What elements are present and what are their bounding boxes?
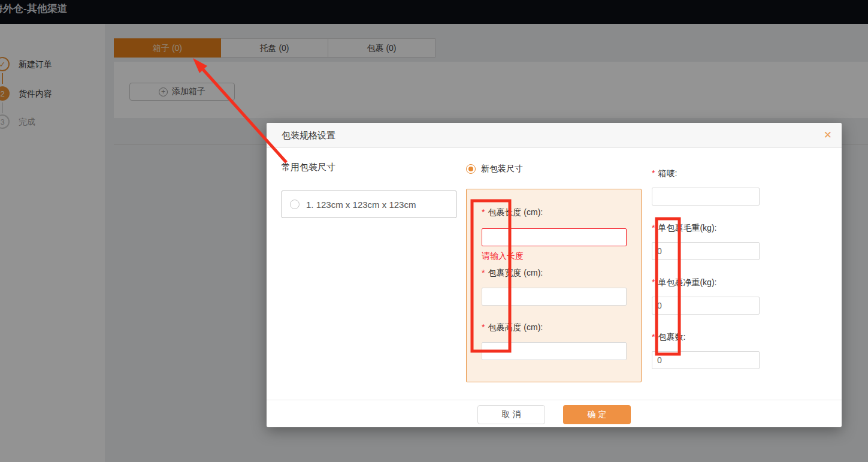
modal-title: 包装规格设置	[282, 123, 335, 148]
box-mark-input[interactable]	[652, 188, 760, 206]
gross-weight-label: *单包裹毛重(kg):	[652, 223, 716, 234]
new-size-radio[interactable]	[466, 164, 476, 174]
parcel-count-label: *包裹数:	[652, 332, 685, 343]
height-input[interactable]	[482, 342, 627, 360]
cancel-button[interactable]: 取 消	[477, 405, 545, 424]
packaging-spec-modal: 包装规格设置 ✕ 常用包装尺寸 1. 123cm x 123cm x 123cm…	[267, 123, 842, 427]
close-icon[interactable]: ✕	[824, 123, 832, 148]
height-label: *包裹高度 (cm):	[482, 322, 543, 333]
required-marker: *	[482, 268, 485, 277]
required-marker: *	[652, 223, 655, 232]
parcel-count-input[interactable]	[652, 351, 760, 369]
length-input[interactable]	[482, 228, 627, 246]
length-label: *包裹长度 (cm):	[482, 207, 543, 218]
required-marker: *	[652, 332, 655, 342]
screen: 海外仓-其他渠道 ✓ 新建订单 2 货件内容 3 完成 箱子 (0) 托盘 (0…	[0, 0, 868, 462]
length-error-message: 请输入长度	[482, 251, 524, 262]
common-size-radio[interactable]	[290, 200, 300, 209]
net-weight-label: *单包裹净重(kg):	[652, 277, 716, 288]
confirm-button[interactable]: 确 定	[563, 405, 631, 424]
required-marker: *	[482, 207, 485, 217]
width-input[interactable]	[482, 288, 627, 306]
gross-weight-input[interactable]	[652, 242, 760, 260]
new-size-panel: *包裹长度 (cm): 请输入长度 *包裹宽度 (cm): *包裹高度 (cm)…	[466, 189, 642, 382]
box-mark-label: *箱唛:	[652, 168, 677, 179]
new-size-radio-label: 新包装尺寸	[481, 164, 523, 174]
modal-header: 包装规格设置 ✕	[267, 123, 842, 148]
required-marker: *	[652, 168, 655, 178]
new-size-option[interactable]: 新包装尺寸	[466, 164, 523, 174]
common-size-option-label: 1. 123cm x 123cm x 123cm	[306, 200, 416, 210]
common-sizes-heading: 常用包装尺寸	[282, 162, 335, 173]
required-marker: *	[482, 322, 485, 332]
common-size-option[interactable]: 1. 123cm x 123cm x 123cm	[282, 191, 456, 218]
net-weight-input[interactable]	[652, 297, 760, 315]
modal-footer: 取 消 确 定	[267, 400, 842, 427]
required-marker: *	[652, 277, 655, 287]
width-label: *包裹宽度 (cm):	[482, 268, 543, 279]
